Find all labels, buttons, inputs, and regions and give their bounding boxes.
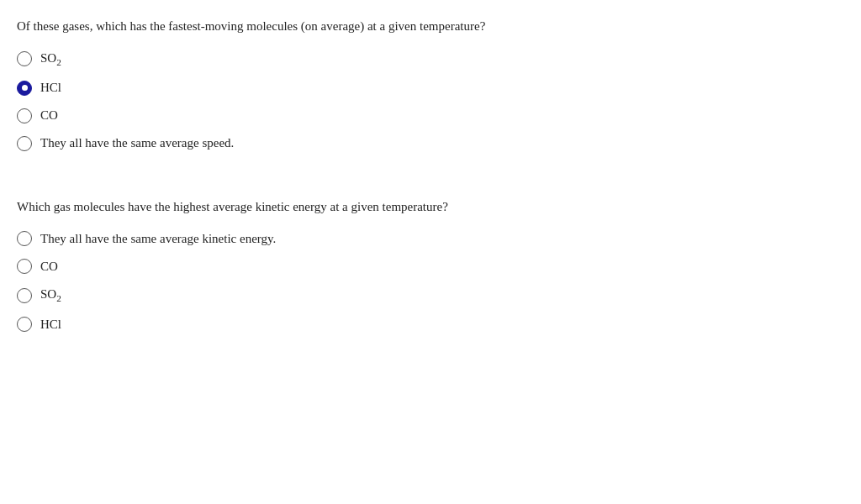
question-2-option-same-kinetic[interactable]: They all have the same average kinetic e…: [17, 230, 836, 248]
radio-q1-hcl[interactable]: [17, 81, 32, 96]
radio-q2-co[interactable]: [17, 259, 32, 274]
page-container: Of these gases, which has the fastest-mo…: [0, 0, 861, 375]
radio-q2-so2[interactable]: [17, 288, 32, 303]
question-1-block: Of these gases, which has the fastest-mo…: [17, 17, 836, 152]
question-1-option-hcl[interactable]: HCl: [17, 79, 836, 97]
option-label-q1-hcl: HCl: [40, 79, 61, 97]
radio-q2-hcl[interactable]: [17, 317, 32, 332]
question-1-options: SO2 HCl CO They all have the same averag…: [17, 50, 836, 153]
question-2-option-so2[interactable]: SO2: [17, 286, 836, 306]
question-1-option-so2[interactable]: SO2: [17, 50, 836, 70]
option-label-q2-co: CO: [40, 258, 58, 276]
option-label-q2-same: They all have the same average kinetic e…: [40, 230, 276, 248]
question-2-block: Which gas molecules have the highest ave…: [17, 197, 836, 333]
option-label-q1-same: They all have the same average speed.: [40, 134, 234, 152]
question-1-option-co[interactable]: CO: [17, 107, 836, 124]
question-2-option-hcl[interactable]: HCl: [17, 316, 836, 333]
question-2-text: Which gas molecules have the highest ave…: [17, 197, 836, 217]
question-separator: [17, 177, 836, 197]
radio-q1-so2[interactable]: [17, 51, 32, 66]
radio-q1-co[interactable]: [17, 108, 32, 123]
option-label-q1-so2: SO2: [40, 50, 61, 70]
option-label-q2-hcl: HCl: [40, 316, 61, 333]
option-label-q2-so2: SO2: [40, 286, 61, 306]
question-2-option-co[interactable]: CO: [17, 258, 836, 276]
option-label-q1-co: CO: [40, 107, 58, 124]
question-2-options: They all have the same average kinetic e…: [17, 230, 836, 333]
question-1-option-same-speed[interactable]: They all have the same average speed.: [17, 134, 836, 152]
radio-q1-same[interactable]: [17, 136, 32, 151]
question-1-text: Of these gases, which has the fastest-mo…: [17, 17, 836, 36]
radio-q2-same[interactable]: [17, 231, 32, 246]
